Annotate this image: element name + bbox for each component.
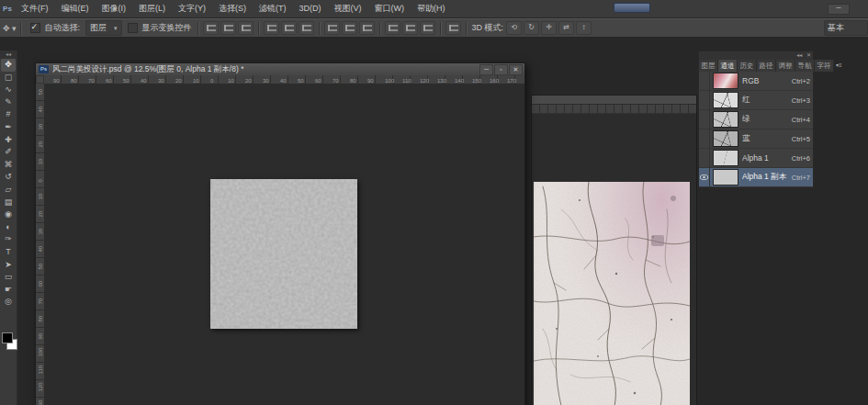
3d-drag-icon[interactable]: ✛ [541, 21, 557, 35]
menu-item[interactable]: 窗口(W) [368, 4, 411, 13]
collapse-tools-icon[interactable]: ◂◂ [0, 51, 17, 59]
history-brush-tool[interactable]: ↺ [1, 171, 16, 184]
distribute-horizontal-centers-icon[interactable] [402, 21, 418, 35]
background-document-window[interactable] [531, 95, 697, 405]
menu-item[interactable]: 视图(V) [328, 4, 368, 13]
type-tool[interactable]: T [1, 246, 16, 259]
background-document-ruler [532, 105, 696, 114]
channel-thumbnail [713, 130, 738, 147]
shape-tool[interactable]: ▭ [1, 271, 16, 284]
visibility-toggle[interactable] [699, 110, 710, 129]
canvas-area[interactable] [44, 84, 524, 405]
auto-align-layers-icon[interactable] [445, 21, 461, 35]
menu-item[interactable]: 帮助(H) [411, 4, 452, 13]
crop-tool[interactable]: # [1, 108, 16, 121]
v-ruler-label: 20 [38, 140, 43, 148]
panel-tab[interactable]: 历史 [738, 60, 757, 72]
minimize-window-button[interactable]: ─ [479, 64, 493, 75]
menu-item[interactable]: 图层(L) [132, 4, 172, 13]
blur-tool[interactable]: ◉ [1, 208, 16, 221]
auto-select-dropdown[interactable]: 图层 ▾ [85, 20, 122, 36]
panel-tab[interactable]: 路径 [757, 60, 776, 72]
cracked-texture-image[interactable] [534, 182, 690, 405]
pen-tool[interactable]: ✑ [1, 233, 16, 246]
visibility-toggle[interactable] [699, 149, 710, 167]
v-ruler-label: 80 [38, 314, 43, 322]
distribute-left-edges-icon[interactable] [385, 21, 400, 35]
path-selection-tool[interactable]: ➤ [1, 259, 16, 272]
3d-roll-icon[interactable]: ↻ [524, 21, 539, 35]
visibility-toggle[interactable] [699, 72, 710, 90]
visibility-toggle[interactable] [699, 129, 710, 148]
healing-brush-tool[interactable]: ✚ [1, 134, 16, 147]
psd-file-icon: Ps [39, 65, 49, 73]
panel-tab[interactable]: 图层 [699, 60, 718, 72]
align-bottom-edges-icon[interactable] [238, 21, 254, 35]
background-document-titlebar[interactable] [532, 96, 696, 105]
distribute-top-edges-icon[interactable] [324, 21, 340, 35]
channel-row[interactable]: 绿Ctrl+4 [699, 110, 813, 129]
dodge-tool[interactable]: ◐ [1, 221, 16, 234]
menu-item[interactable]: 选择(S) [212, 4, 253, 13]
distribute-right-edges-icon[interactable] [420, 21, 435, 35]
auto-select-checkbox[interactable] [30, 23, 40, 33]
menu-item[interactable]: 3D(D) [293, 4, 328, 13]
document-titlebar[interactable]: Ps 风二尚美投设计.psd @ 12.5%(图层 0, Alpha 1 副本/… [36, 63, 524, 76]
menu-item[interactable]: 文件(F) [15, 4, 55, 13]
panel-menu-icon[interactable]: ▾≡ [834, 60, 844, 72]
channel-name: Alpha 1 [742, 153, 792, 163]
zoom-tool[interactable]: ◎ [1, 296, 16, 309]
lasso-tool[interactable]: ∿ [1, 84, 16, 96]
3d-scale-icon[interactable]: ↕ [576, 21, 592, 35]
menu-item[interactable]: 滤镜(T) [253, 4, 293, 13]
align-left-edges-icon[interactable] [264, 21, 279, 35]
hand-tool[interactable]: ☛ [1, 284, 16, 297]
visibility-toggle[interactable] [699, 168, 710, 186]
channel-row[interactable]: 蓝Ctrl+5 [699, 129, 813, 149]
distribute-bottom-edges-icon[interactable] [359, 21, 375, 35]
panel-tab[interactable]: 调整 [776, 60, 795, 72]
channel-name: RGB [742, 76, 792, 85]
clone-stamp-tool[interactable]: ⌘ [1, 159, 16, 172]
3d-rotate-icon[interactable]: ⟲ [506, 21, 522, 35]
panel-tab[interactable]: 导航 [795, 60, 815, 72]
minimize-app-button[interactable]: ─ [828, 4, 850, 15]
channel-row[interactable]: 红Ctrl+3 [699, 91, 813, 110]
align-horizontal-centers-icon[interactable] [281, 21, 297, 35]
marquee-tool[interactable]: ▢ [1, 72, 16, 84]
panel-tabs: 图层通道历史路径调整导航字符▾≡ [699, 60, 813, 72]
channel-row[interactable]: RGBCtrl+2 [699, 72, 813, 91]
gradient-tool[interactable]: ▤ [1, 197, 16, 209]
visibility-toggle[interactable] [699, 91, 710, 109]
align-right-edges-icon[interactable] [299, 21, 314, 35]
restore-window-button[interactable]: ▫ [494, 64, 508, 75]
panel-tab[interactable]: 通道 [718, 60, 738, 72]
eraser-tool[interactable]: ▱ [1, 184, 16, 197]
workspace-switcher[interactable]: 基本 [824, 20, 868, 36]
brush-tool[interactable]: ✐ [1, 146, 16, 159]
collapse-panel-icon[interactable]: ◂◂ [796, 52, 802, 58]
eyedropper-tool[interactable]: ✒ [1, 121, 16, 134]
align-vertical-centers-icon[interactable] [220, 21, 236, 35]
close-window-button[interactable]: ✕ [509, 64, 523, 75]
auto-select-label: 自动选择: [45, 22, 81, 34]
floating-window-fragment[interactable] [614, 3, 650, 13]
move-tool[interactable]: ✥ [1, 59, 16, 72]
panel-tab[interactable]: 字符 [815, 60, 834, 72]
show-transform-checkbox[interactable] [128, 23, 138, 33]
menu-item[interactable]: 文字(Y) [172, 4, 212, 13]
menu-item[interactable]: 图像(I) [96, 4, 133, 13]
channel-row[interactable]: Alpha 1Ctrl+6 [699, 149, 813, 168]
close-panel-icon[interactable]: ✕ [806, 52, 811, 58]
tool-preset-icon[interactable]: ✥ ▾ [3, 24, 17, 33]
channel-row[interactable]: Alpha 1 副本Ctrl+7 [699, 168, 813, 187]
menu-item[interactable]: 编辑(E) [55, 4, 96, 13]
canvas-image[interactable] [210, 179, 357, 329]
channel-thumbnail [713, 73, 738, 89]
foreground-color-swatch[interactable] [2, 332, 13, 343]
3d-slide-icon[interactable]: ⇄ [558, 21, 574, 35]
distribute-vertical-centers-icon[interactable] [342, 21, 357, 35]
align-top-edges-icon[interactable] [203, 21, 219, 35]
document-window[interactable]: Ps 风二尚美投设计.psd @ 12.5%(图层 0, Alpha 1 副本/… [35, 62, 525, 405]
quick-selection-tool[interactable]: ✎ [1, 96, 16, 109]
